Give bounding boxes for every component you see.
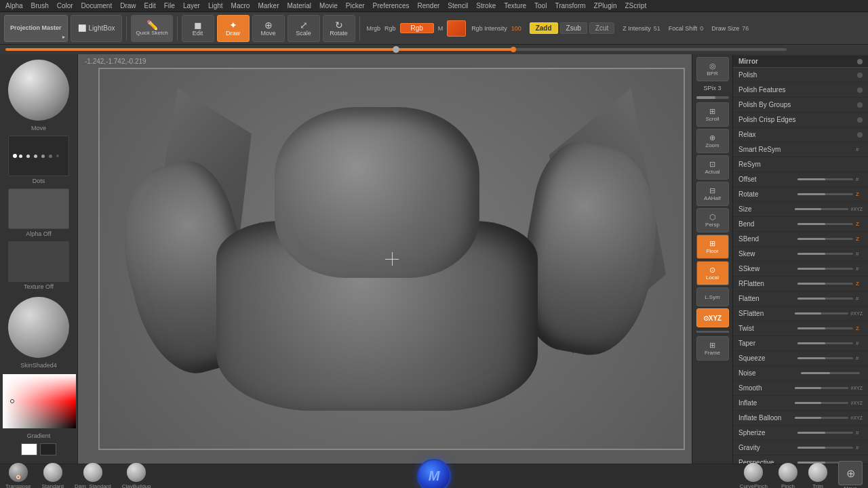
menu-file[interactable]: File xyxy=(164,2,175,9)
rgb-label[interactable]: Rgb xyxy=(384,25,396,32)
panel-item[interactable]: BendZ xyxy=(733,217,868,232)
material-preview-sphere[interactable] xyxy=(8,297,69,358)
menu-document[interactable]: Document xyxy=(81,2,113,9)
panel-item[interactable]: Size#XYZ xyxy=(733,202,868,217)
panel-item-slider[interactable] xyxy=(797,178,854,180)
menu-zplugin[interactable]: ZPlugin xyxy=(594,2,617,9)
panel-item[interactable]: Polish Crisp Edges xyxy=(733,113,868,127)
menu-movie[interactable]: Movie xyxy=(319,2,338,9)
panel-item[interactable]: SFlatten#XYZ xyxy=(733,306,868,321)
panel-item[interactable]: RFlattenZ xyxy=(733,277,868,291)
panel-item[interactable]: Inflate#XYZ xyxy=(733,396,868,411)
color-picker[interactable] xyxy=(3,374,76,428)
menu-render[interactable]: Render xyxy=(418,2,440,9)
panel-item[interactable]: SBendZ xyxy=(733,232,868,247)
transpose-tool[interactable]: Transpose xyxy=(5,463,31,488)
mrgb-label[interactable]: Mrgb xyxy=(367,25,381,32)
menu-preferences[interactable]: Preferences xyxy=(373,2,410,9)
menu-brush[interactable]: Brush xyxy=(31,2,49,9)
xyz-slider[interactable] xyxy=(696,331,729,333)
swatch-black[interactable] xyxy=(40,443,56,455)
panel-item-slider[interactable] xyxy=(795,387,848,389)
panel-item-slider[interactable] xyxy=(801,372,861,374)
move-bottom-button[interactable]: ⊕ Move xyxy=(838,461,863,488)
scroll-button[interactable]: ⊞ Scroll xyxy=(696,102,729,127)
menu-color[interactable]: Color xyxy=(57,2,73,9)
panel-item-slider[interactable] xyxy=(797,283,854,285)
rgb-color-input[interactable] xyxy=(400,23,434,33)
panel-item[interactable]: TwistZ xyxy=(733,321,868,336)
menu-material[interactable]: Material xyxy=(288,2,312,9)
panel-item[interactable]: Squeeze# xyxy=(733,351,868,366)
panel-item[interactable]: Smooth#XYZ xyxy=(733,381,868,396)
bpr-button[interactable]: ◎ BPR xyxy=(696,57,729,81)
panel-item-slider[interactable] xyxy=(797,342,854,344)
menu-transform[interactable]: Transform xyxy=(555,2,585,9)
panel-item[interactable]: Skew# xyxy=(733,247,868,262)
panel-item[interactable]: SSkew# xyxy=(733,262,868,277)
panel-item[interactable]: RotateZ xyxy=(733,187,868,202)
clay-buildup-tool[interactable]: ClayBuildup xyxy=(122,463,151,488)
brush-preview-sphere[interactable] xyxy=(8,60,69,121)
panel-item-slider[interactable] xyxy=(797,298,854,300)
panel-item[interactable]: Spherize# xyxy=(733,426,868,441)
panel-item-slider[interactable] xyxy=(795,402,848,404)
menu-layer[interactable]: Layer xyxy=(183,2,200,9)
menu-stroke[interactable]: Stroke xyxy=(476,2,496,9)
pinch-tool[interactable]: Pinch xyxy=(778,463,797,488)
move-button[interactable]: ⊕ Move xyxy=(252,15,285,42)
panel-item-slider[interactable] xyxy=(797,193,854,195)
xyz-button[interactable]: ⊙XYZ xyxy=(696,308,729,327)
alpha-preview[interactable] xyxy=(8,188,69,229)
panel-item-slider[interactable] xyxy=(795,208,848,210)
canvas-inner[interactable] xyxy=(98,68,685,450)
main-slider-thumb[interactable] xyxy=(511,47,516,52)
projection-master-button[interactable]: Projection Master xyxy=(4,15,68,42)
menu-zscript[interactable]: ZScript xyxy=(625,2,647,9)
edit-button[interactable]: ◼ Edit xyxy=(182,15,214,42)
standard-tool[interactable]: Standard xyxy=(42,463,64,488)
actual-button[interactable]: ⊡ Actual xyxy=(696,155,729,180)
panel-item-slider[interactable] xyxy=(797,253,854,255)
panel-item[interactable]: Relax xyxy=(733,127,868,142)
zoom-button[interactable]: ⊕ Zoom xyxy=(696,129,729,153)
panel-item[interactable]: Polish xyxy=(733,68,868,83)
dam-standard-tool[interactable]: Dam_Standard xyxy=(75,463,111,488)
rotate-button[interactable]: ↻ Rotate xyxy=(323,15,355,42)
menu-macro[interactable]: Macro xyxy=(231,2,250,9)
aahalf-button[interactable]: ⊟ AAHalf xyxy=(696,182,729,206)
floor-button[interactable]: ⊞ Floor xyxy=(696,235,729,259)
spix-slider[interactable] xyxy=(696,96,729,99)
frame-button[interactable]: ⊞ Frame xyxy=(696,336,729,361)
canvas-area[interactable]: -1.242,-1.742,-0.219 xyxy=(78,54,692,464)
persp-button[interactable]: ⬡ Persp xyxy=(696,208,729,232)
panel-item-slider[interactable] xyxy=(797,432,854,434)
panel-item[interactable]: Flatten# xyxy=(733,291,868,306)
panel-item[interactable]: Offset# xyxy=(733,172,868,187)
panel-item[interactable]: Inflate Balloon#XYZ xyxy=(733,411,868,426)
stroke-dots-preview[interactable] xyxy=(8,136,69,176)
quick-sketch-button[interactable]: ✏️ Quick Sketch xyxy=(131,15,172,42)
main-slider-track[interactable] xyxy=(5,48,787,51)
menu-texture[interactable]: Texture xyxy=(504,2,526,9)
swatch-white[interactable] xyxy=(21,443,37,455)
menu-light[interactable]: Light xyxy=(208,2,223,9)
curve-pinch-tool[interactable]: CurvePinch xyxy=(740,463,768,488)
panel-item-slider[interactable] xyxy=(797,268,854,270)
panel-item-slider[interactable] xyxy=(797,238,854,240)
panel-item-slider[interactable] xyxy=(797,447,854,449)
menu-marker[interactable]: Marker xyxy=(258,2,279,9)
zsub-button[interactable]: Zsub xyxy=(560,22,587,34)
menu-picker[interactable]: Picker xyxy=(346,2,365,9)
lightbox-button[interactable]: ⬜ LightBox xyxy=(71,15,123,42)
lsym-button[interactable]: L.Sym xyxy=(696,287,729,306)
panel-item-slider[interactable] xyxy=(797,327,854,329)
texture-preview[interactable] xyxy=(8,241,69,282)
panel-item[interactable]: ReSym xyxy=(733,157,868,172)
menu-tool[interactable]: Tool xyxy=(534,2,547,9)
panel-item[interactable]: Taper# xyxy=(733,336,868,351)
m-label[interactable]: M xyxy=(438,25,443,32)
panel-item[interactable]: Smart ReSym# xyxy=(733,142,868,157)
panel-item-slider[interactable] xyxy=(795,312,848,314)
trim-tool[interactable]: Trim xyxy=(808,463,827,488)
